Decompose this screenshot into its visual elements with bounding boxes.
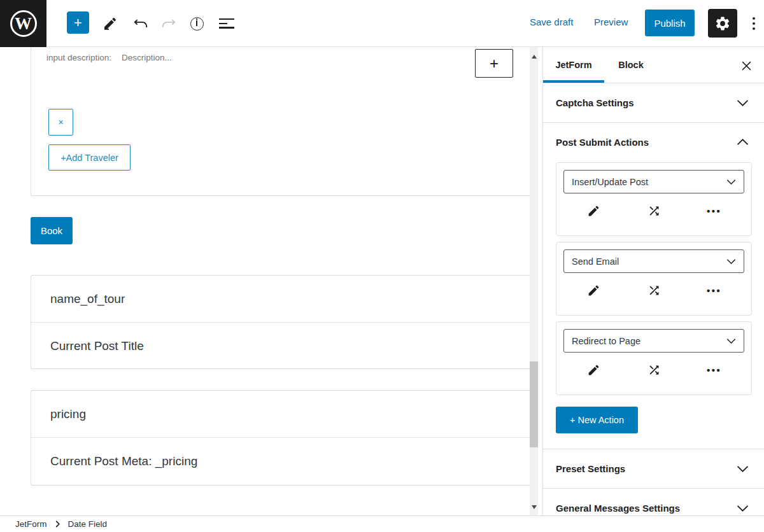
wordpress-logo[interactable]: W xyxy=(0,0,46,47)
conditions-action-button[interactable] xyxy=(624,353,684,388)
remove-traveler-button[interactable]: × xyxy=(48,109,73,136)
chevron-down-icon xyxy=(737,99,749,107)
pencil-icon xyxy=(587,363,600,377)
info-icon xyxy=(190,17,204,31)
scroll-down-arrow[interactable] xyxy=(530,503,538,513)
more-options-button[interactable]: ••• xyxy=(684,273,744,308)
block-inserter-button[interactable]: + xyxy=(67,11,89,34)
select-chevron-icon xyxy=(726,179,736,185)
more-options-button[interactable]: ••• xyxy=(684,193,744,228)
input-description-row: input description: Description... xyxy=(46,53,172,62)
settings-sidebar: JetForm Block Captcha Settings Post Subm… xyxy=(542,47,764,515)
scrollbar-thumb[interactable] xyxy=(530,361,538,447)
panel-title: General Messages Settings xyxy=(556,503,680,514)
scroll-up-arrow[interactable] xyxy=(530,52,538,62)
undo-button[interactable] xyxy=(131,15,150,32)
tab-jetform[interactable]: JetForm xyxy=(543,47,604,83)
close-sidebar-button[interactable] xyxy=(737,57,755,74)
field-value-text: Current Post Title xyxy=(50,339,144,353)
action-item: Redirect to Page xyxy=(556,321,752,395)
tab-block[interactable]: Block xyxy=(604,47,658,83)
book-submit-button[interactable]: Book xyxy=(31,217,73,244)
field-name-row[interactable]: pricing xyxy=(31,391,530,438)
action-type-select[interactable]: Redirect to Page xyxy=(563,329,744,353)
chevron-up-icon xyxy=(737,138,749,146)
shuffle-icon xyxy=(647,363,661,377)
add-traveler-button[interactable]: +Add Traveler xyxy=(48,144,131,171)
chevron-down-icon xyxy=(737,465,749,473)
options-menu-button[interactable] xyxy=(745,11,763,36)
pencil-icon xyxy=(587,204,600,218)
edit-action-button[interactable] xyxy=(563,273,624,308)
shuffle-icon xyxy=(647,284,661,297)
ellipsis-icon: ••• xyxy=(707,365,721,375)
field-value-row[interactable]: Current Post Meta: _pricing xyxy=(31,438,530,485)
conditions-action-button[interactable] xyxy=(624,273,684,308)
breadcrumb-jetform[interactable]: JetForm xyxy=(15,519,47,529)
action-type-select[interactable]: Send Email xyxy=(563,249,744,273)
details-button[interactable] xyxy=(187,15,206,32)
description-placeholder-text[interactable]: Description... xyxy=(122,53,172,62)
editor-top-bar: W + Save draft Preview Publish xyxy=(0,0,764,47)
action-controls: ••• xyxy=(563,353,744,388)
undo-arrow-icon xyxy=(132,15,149,32)
action-item: Insert/Update Post xyxy=(556,162,752,236)
save-draft-button[interactable]: Save draft xyxy=(530,17,573,27)
name-of-tour-field-card: name_of_tour Current Post Title xyxy=(31,275,530,369)
main-scrollbar[interactable] xyxy=(530,47,538,515)
sidebar-tabs: JetForm Block xyxy=(543,47,764,83)
block-breadcrumb-bar: JetForm Date Field xyxy=(0,515,764,532)
close-icon xyxy=(741,60,752,71)
gear-icon xyxy=(714,15,731,32)
edit-action-button[interactable] xyxy=(563,193,624,228)
pencil-icon xyxy=(103,16,118,31)
panel-title: Captcha Settings xyxy=(556,97,634,108)
field-value-text: Current Post Meta: _pricing xyxy=(50,454,197,468)
selected-action-label: Send Email xyxy=(572,256,619,267)
field-name-row[interactable]: name_of_tour xyxy=(31,276,530,323)
ellipsis-icon: ••• xyxy=(707,285,721,296)
editor-canvas: input description: Description... + × +A… xyxy=(0,47,530,515)
preview-button[interactable]: Preview xyxy=(594,17,628,27)
shuffle-icon xyxy=(647,204,661,218)
wordpress-w-icon: W xyxy=(10,10,37,37)
redo-arrow-icon xyxy=(160,15,177,32)
action-item: Send Email xyxy=(556,242,752,316)
panel-title: Post Submit Actions xyxy=(556,137,649,148)
actions-list: Insert/Update Post xyxy=(543,161,764,449)
chevron-right-icon xyxy=(55,521,60,528)
new-action-button[interactable]: + New Action xyxy=(556,407,638,433)
select-chevron-icon xyxy=(726,338,736,344)
field-value-row[interactable]: Current Post Title xyxy=(31,323,530,370)
field-name-text: pricing xyxy=(50,407,86,421)
edit-tool-button[interactable] xyxy=(101,15,120,32)
form-block-card: input description: Description... + × +A… xyxy=(31,47,530,196)
more-options-button[interactable]: ••• xyxy=(684,353,744,388)
block-appender-button[interactable]: + xyxy=(475,49,513,78)
pencil-icon xyxy=(587,284,600,297)
breadcrumb-date-field[interactable]: Date Field xyxy=(68,519,108,529)
preset-settings-panel: Preset Settings xyxy=(543,449,764,489)
settings-button[interactable] xyxy=(708,9,737,38)
list-view-button[interactable] xyxy=(217,15,236,32)
captcha-settings-toggle[interactable]: Captcha Settings xyxy=(543,83,764,122)
chevron-down-icon xyxy=(737,505,749,512)
publish-button[interactable]: Publish xyxy=(645,10,695,36)
action-controls: ••• xyxy=(563,193,744,228)
conditions-action-button[interactable] xyxy=(624,193,684,228)
redo-button-disabled[interactable] xyxy=(159,15,178,32)
action-controls: ••• xyxy=(563,273,744,308)
action-type-select[interactable]: Insert/Update Post xyxy=(563,170,744,193)
panel-title: Preset Settings xyxy=(556,463,625,474)
list-view-icon xyxy=(219,18,234,29)
kebab-icon xyxy=(753,17,755,20)
pricing-field-card: pricing Current Post Meta: _pricing xyxy=(31,390,530,486)
ellipsis-icon: ••• xyxy=(707,206,721,216)
captcha-settings-panel: Captcha Settings xyxy=(543,83,764,123)
post-submit-actions-panel: Post Submit Actions Insert/Update Post xyxy=(543,123,764,449)
input-description-label: input description: xyxy=(46,53,111,62)
edit-action-button[interactable] xyxy=(563,353,624,388)
select-chevron-icon xyxy=(726,258,736,265)
preset-settings-toggle[interactable]: Preset Settings xyxy=(543,449,764,488)
post-submit-actions-toggle[interactable]: Post Submit Actions xyxy=(543,123,764,161)
